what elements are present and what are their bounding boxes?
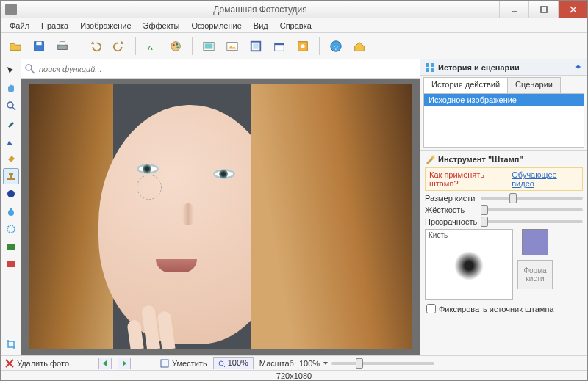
fix-source-label: Фиксировать источник штампа [439, 305, 554, 313]
effects-button[interactable] [293, 36, 313, 57]
brush-tool[interactable] [3, 115, 19, 131]
text-button[interactable]: A [142, 36, 162, 57]
menu-edit[interactable]: Правка [35, 20, 74, 32]
color-swatch[interactable] [522, 229, 548, 255]
hardness-slider[interactable] [481, 208, 583, 211]
fix-source-checkbox[interactable] [426, 304, 436, 313]
delete-photo-label: Удалить фото [17, 359, 69, 368]
save-button[interactable] [29, 36, 49, 57]
tip-box: Как применять штамп? Обучающее видео [425, 167, 583, 191]
add-scenario-button[interactable]: ✦ [573, 62, 583, 73]
fit-button[interactable]: Уместить [160, 359, 207, 368]
svg-rect-15 [227, 42, 237, 50]
maximize-button[interactable] [528, 1, 558, 18]
history-icon [425, 62, 435, 73]
search-bar [21, 59, 420, 79]
svg-line-43 [223, 365, 225, 367]
search-icon [24, 63, 36, 75]
titlebar: Домашняя Фотостудия [1, 1, 587, 18]
tab-history[interactable]: История действий [423, 77, 508, 93]
history-item[interactable]: Исходное изображение [424, 94, 584, 106]
menubar: Файл Правка Изображение Эффекты Оформлен… [1, 18, 587, 33]
size-slider[interactable] [481, 197, 583, 200]
svg-point-9 [171, 41, 181, 51]
history-list[interactable]: Исходное изображение [423, 93, 584, 148]
svg-rect-38 [431, 68, 434, 72]
menu-decor[interactable]: Оформление [186, 20, 248, 32]
brush-preview[interactable]: Кисть [425, 229, 513, 300]
minimize-button[interactable] [499, 1, 528, 18]
sharpen-tool[interactable] [3, 221, 19, 237]
fit-icon [160, 359, 169, 368]
svg-rect-5 [36, 41, 41, 45]
svg-rect-36 [431, 63, 434, 67]
scale-dropdown-icon[interactable] [323, 360, 329, 366]
fill-tool[interactable] [3, 150, 19, 167]
cursor-tool[interactable] [3, 62, 19, 79]
delete-icon [5, 359, 14, 368]
app-icon [5, 4, 17, 15]
prev-button[interactable] [98, 358, 112, 369]
delete-photo-button[interactable]: Удалить фото [5, 359, 69, 368]
calendar-button[interactable] [269, 36, 290, 57]
redo-button[interactable] [109, 36, 129, 57]
tip-question: Как применять штамп? [429, 170, 512, 188]
svg-point-11 [176, 43, 178, 45]
left-toolbox [1, 59, 21, 355]
dodge-tool[interactable] [3, 186, 19, 202]
opacity-slider[interactable] [481, 220, 583, 223]
next-button[interactable] [118, 358, 131, 369]
toolbar: A ? [1, 33, 587, 59]
image2-button[interactable] [222, 36, 243, 57]
svg-rect-17 [253, 43, 258, 48]
zoom-100-button[interactable]: 100% [213, 357, 254, 369]
svg-line-34 [31, 70, 35, 73]
blur-tool[interactable] [3, 203, 19, 219]
tool-panel-header: Инструмент "Штамп" [425, 154, 583, 164]
zoom-slider[interactable] [331, 362, 434, 365]
crop-tool[interactable] [3, 336, 19, 352]
tab-scenarios[interactable]: Сценарии [507, 77, 561, 93]
svg-point-12 [176, 46, 179, 48]
rect-tool[interactable] [3, 239, 19, 255]
svg-text:A: A [148, 43, 153, 51]
image1-button[interactable] [198, 36, 219, 57]
home-button[interactable] [349, 36, 370, 57]
menu-effects[interactable]: Эффекты [137, 20, 186, 32]
zoom-100-label: 100% [228, 358, 248, 367]
brush-label: Кисть [429, 231, 448, 239]
svg-rect-28 [10, 175, 12, 178]
print-button[interactable] [52, 36, 73, 57]
palette-button[interactable] [165, 36, 186, 57]
tool-panel-title: Инструмент "Штамп" [438, 155, 523, 164]
canvas[interactable] [21, 79, 420, 355]
search-input[interactable] [39, 65, 417, 73]
undo-button[interactable] [85, 36, 106, 57]
pencil-tool[interactable] [3, 133, 19, 149]
svg-rect-6 [58, 45, 68, 49]
close-button[interactable] [558, 1, 587, 18]
menu-view[interactable]: Вид [248, 20, 274, 32]
gradient-tool[interactable] [3, 256, 19, 272]
tutorial-link[interactable]: Обучающее видео [512, 170, 578, 188]
svg-point-10 [173, 43, 175, 46]
opacity-label: Прозрачность [425, 217, 476, 226]
fit-label: Уместить [172, 359, 207, 368]
svg-point-24 [7, 102, 13, 108]
menu-help[interactable]: Справка [274, 20, 318, 32]
scale-label: Масштаб: [259, 359, 296, 368]
history-panel-header: История и сценарии ✦ [420, 59, 587, 76]
image-dimensions: 720x1080 [276, 371, 312, 380]
svg-rect-31 [7, 244, 15, 250]
svg-text:?: ? [334, 43, 338, 51]
menu-file[interactable]: Файл [4, 20, 35, 32]
zoom-tool[interactable] [3, 98, 19, 114]
brush-shape-button[interactable]: Форма кисти [517, 260, 553, 289]
frames-button[interactable] [245, 36, 266, 57]
help-button[interactable]: ? [326, 36, 346, 57]
stamp-tool[interactable] [3, 168, 19, 184]
stamp-cursor [137, 175, 162, 200]
hand-tool[interactable] [3, 80, 19, 96]
open-button[interactable] [5, 36, 26, 57]
menu-image[interactable]: Изображение [74, 20, 137, 32]
